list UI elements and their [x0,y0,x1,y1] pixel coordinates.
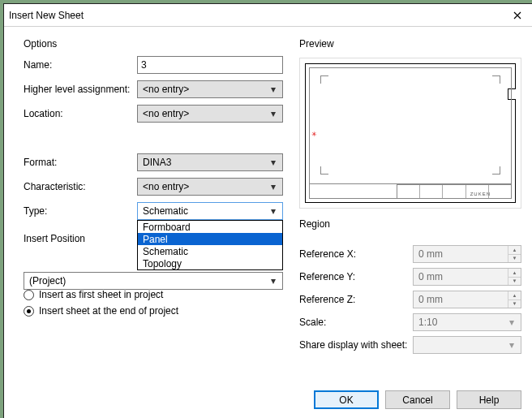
name-label: Name: [24,59,137,71]
name-input[interactable] [137,56,283,74]
type-option-schematic[interactable]: Schematic [138,245,282,257]
refz-label: Reference Z: [299,294,413,305]
share-combo[interactable]: ▾ [413,336,521,354]
scale-label: Scale: [299,317,413,328]
radio-insert-end[interactable]: Insert sheet at the end of project [24,303,283,319]
cancel-button[interactable]: Cancel [385,390,450,409]
preview-mark-icon: ✳ [311,131,317,138]
spin-down-icon[interactable]: ▼ [508,299,521,308]
share-label: Share display with sheet: [299,339,413,351]
type-option-topology[interactable]: Topology [138,257,282,269]
ok-button[interactable]: OK [314,390,379,409]
type-label: Type: [24,205,137,217]
refx-label: Reference X: [299,248,413,260]
radio-end-label: Insert sheet at the end of project [39,305,178,317]
preview-sheet: ZUKEN ✳ [305,63,516,203]
type-dropdown: Formboard Panel Schematic Topology [137,220,283,270]
refy-spin[interactable]: 0 mm ▲▼ [413,268,521,286]
characteristic-combo[interactable]: <no entry> ▾ [137,178,283,196]
help-button[interactable]: Help [457,390,521,409]
spin-down-icon[interactable]: ▼ [508,254,521,263]
dialog-buttons: OK Cancel Help [24,382,521,412]
close-icon [513,11,521,19]
chevron-down-icon: ▾ [506,339,517,351]
project-combo[interactable]: (Project) ▾ [24,272,283,290]
chevron-down-icon: ▾ [268,157,279,168]
higher-level-combo[interactable]: <no entry> ▾ [137,80,283,98]
refz-spin[interactable]: 0 mm ▲▼ [413,291,521,308]
spin-down-icon[interactable]: ▼ [508,277,521,286]
chevron-down-icon: ▾ [268,205,279,217]
chevron-down-icon: ▾ [268,181,279,192]
spin-up-icon[interactable]: ▲ [508,269,521,277]
chevron-down-icon: ▾ [506,317,517,328]
radio-icon [24,290,34,300]
refx-spin[interactable]: 0 mm ▲▼ [413,245,521,263]
preview-group: Preview ZUKEN ✳ [299,38,521,209]
titlebar: Insert New Sheet [4,4,532,27]
format-label: Format: [24,157,137,168]
radio-icon [24,306,34,317]
location-label: Location: [24,108,137,119]
options-group: Options Name: Higher level assignment: <… [24,38,283,222]
options-legend: Options [24,38,283,54]
format-combo[interactable]: DINA3 ▾ [137,153,283,171]
preview-area: ZUKEN ✳ [299,58,521,209]
chevron-down-icon: ▾ [268,275,279,287]
spin-up-icon[interactable]: ▲ [508,246,521,254]
characteristic-label: Characteristic: [24,181,137,192]
preview-brand: ZUKEN [470,192,491,196]
chevron-down-icon: ▾ [268,108,279,119]
region-legend: Region [299,218,521,235]
type-option-panel[interactable]: Panel [138,233,282,245]
chevron-down-icon: ▾ [268,84,279,95]
higher-level-label: Higher level assignment: [24,84,137,95]
spin-up-icon[interactable]: ▲ [508,291,521,299]
region-group: Region Reference X: 0 mm ▲▼ Reference Y:… [299,218,521,356]
preview-legend: Preview [299,38,521,54]
radio-first-label: Insert as first sheet in project [39,289,163,300]
type-option-formboard[interactable]: Formboard [138,221,282,233]
dialog-insert-new-sheet: Insert New Sheet Options Name: Higher le… [3,3,532,418]
scale-combo[interactable]: 1:10 ▾ [413,313,521,331]
refy-label: Reference Y: [299,271,413,282]
close-button[interactable] [500,4,532,27]
type-combo[interactable]: Schematic ▾ Formboard Panel Schematic To… [137,202,283,220]
location-combo[interactable]: <no entry> ▾ [137,105,283,123]
window-title: Insert New Sheet [9,10,500,21]
